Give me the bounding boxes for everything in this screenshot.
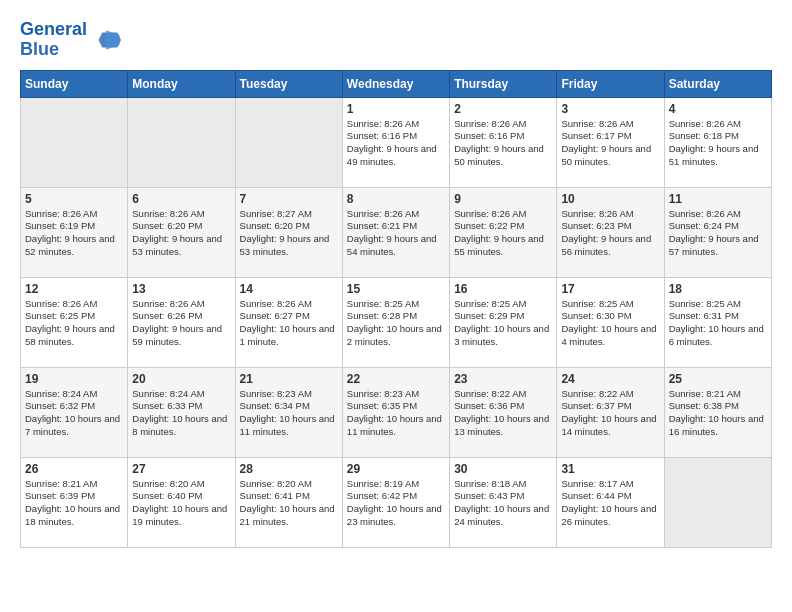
calendar-cell: 24Sunrise: 8:22 AM Sunset: 6:37 PM Dayli… bbox=[557, 367, 664, 457]
day-info: Sunrise: 8:25 AM Sunset: 6:30 PM Dayligh… bbox=[561, 298, 659, 349]
calendar-cell: 31Sunrise: 8:17 AM Sunset: 6:44 PM Dayli… bbox=[557, 457, 664, 547]
day-number: 19 bbox=[25, 372, 123, 386]
day-info: Sunrise: 8:22 AM Sunset: 6:37 PM Dayligh… bbox=[561, 388, 659, 439]
calendar-cell: 30Sunrise: 8:18 AM Sunset: 6:43 PM Dayli… bbox=[450, 457, 557, 547]
week-row-2: 5Sunrise: 8:26 AM Sunset: 6:19 PM Daylig… bbox=[21, 187, 772, 277]
day-number: 14 bbox=[240, 282, 338, 296]
day-number: 30 bbox=[454, 462, 552, 476]
calendar-cell: 13Sunrise: 8:26 AM Sunset: 6:26 PM Dayli… bbox=[128, 277, 235, 367]
calendar-cell: 1Sunrise: 8:26 AM Sunset: 6:16 PM Daylig… bbox=[342, 97, 449, 187]
day-info: Sunrise: 8:24 AM Sunset: 6:32 PM Dayligh… bbox=[25, 388, 123, 439]
day-number: 25 bbox=[669, 372, 767, 386]
day-info: Sunrise: 8:26 AM Sunset: 6:17 PM Dayligh… bbox=[561, 118, 659, 169]
logo-line2: Blue bbox=[20, 40, 87, 60]
calendar-cell bbox=[21, 97, 128, 187]
week-row-4: 19Sunrise: 8:24 AM Sunset: 6:32 PM Dayli… bbox=[21, 367, 772, 457]
day-number: 20 bbox=[132, 372, 230, 386]
day-number: 15 bbox=[347, 282, 445, 296]
day-info: Sunrise: 8:25 AM Sunset: 6:28 PM Dayligh… bbox=[347, 298, 445, 349]
day-number: 4 bbox=[669, 102, 767, 116]
day-number: 18 bbox=[669, 282, 767, 296]
day-info: Sunrise: 8:22 AM Sunset: 6:36 PM Dayligh… bbox=[454, 388, 552, 439]
day-number: 24 bbox=[561, 372, 659, 386]
calendar-cell: 28Sunrise: 8:20 AM Sunset: 6:41 PM Dayli… bbox=[235, 457, 342, 547]
logo-icon bbox=[91, 25, 121, 55]
day-info: Sunrise: 8:27 AM Sunset: 6:20 PM Dayligh… bbox=[240, 208, 338, 259]
calendar-cell: 4Sunrise: 8:26 AM Sunset: 6:18 PM Daylig… bbox=[664, 97, 771, 187]
day-info: Sunrise: 8:21 AM Sunset: 6:39 PM Dayligh… bbox=[25, 478, 123, 529]
week-row-1: 1Sunrise: 8:26 AM Sunset: 6:16 PM Daylig… bbox=[21, 97, 772, 187]
calendar-table: SundayMondayTuesdayWednesdayThursdayFrid… bbox=[20, 70, 772, 548]
day-info: Sunrise: 8:26 AM Sunset: 6:24 PM Dayligh… bbox=[669, 208, 767, 259]
calendar-cell: 12Sunrise: 8:26 AM Sunset: 6:25 PM Dayli… bbox=[21, 277, 128, 367]
day-number: 27 bbox=[132, 462, 230, 476]
calendar-cell: 8Sunrise: 8:26 AM Sunset: 6:21 PM Daylig… bbox=[342, 187, 449, 277]
calendar-cell: 18Sunrise: 8:25 AM Sunset: 6:31 PM Dayli… bbox=[664, 277, 771, 367]
day-info: Sunrise: 8:26 AM Sunset: 6:16 PM Dayligh… bbox=[454, 118, 552, 169]
week-row-3: 12Sunrise: 8:26 AM Sunset: 6:25 PM Dayli… bbox=[21, 277, 772, 367]
calendar-cell: 14Sunrise: 8:26 AM Sunset: 6:27 PM Dayli… bbox=[235, 277, 342, 367]
day-number: 26 bbox=[25, 462, 123, 476]
day-number: 17 bbox=[561, 282, 659, 296]
calendar-cell: 29Sunrise: 8:19 AM Sunset: 6:42 PM Dayli… bbox=[342, 457, 449, 547]
calendar-cell bbox=[235, 97, 342, 187]
day-info: Sunrise: 8:26 AM Sunset: 6:23 PM Dayligh… bbox=[561, 208, 659, 259]
day-info: Sunrise: 8:18 AM Sunset: 6:43 PM Dayligh… bbox=[454, 478, 552, 529]
calendar-cell: 25Sunrise: 8:21 AM Sunset: 6:38 PM Dayli… bbox=[664, 367, 771, 457]
header-tuesday: Tuesday bbox=[235, 70, 342, 97]
day-number: 5 bbox=[25, 192, 123, 206]
day-info: Sunrise: 8:23 AM Sunset: 6:34 PM Dayligh… bbox=[240, 388, 338, 439]
day-info: Sunrise: 8:26 AM Sunset: 6:20 PM Dayligh… bbox=[132, 208, 230, 259]
calendar-cell: 27Sunrise: 8:20 AM Sunset: 6:40 PM Dayli… bbox=[128, 457, 235, 547]
calendar-cell: 20Sunrise: 8:24 AM Sunset: 6:33 PM Dayli… bbox=[128, 367, 235, 457]
calendar-cell: 11Sunrise: 8:26 AM Sunset: 6:24 PM Dayli… bbox=[664, 187, 771, 277]
day-number: 22 bbox=[347, 372, 445, 386]
day-number: 16 bbox=[454, 282, 552, 296]
header-monday: Monday bbox=[128, 70, 235, 97]
calendar-cell: 5Sunrise: 8:26 AM Sunset: 6:19 PM Daylig… bbox=[21, 187, 128, 277]
day-info: Sunrise: 8:20 AM Sunset: 6:40 PM Dayligh… bbox=[132, 478, 230, 529]
day-info: Sunrise: 8:25 AM Sunset: 6:29 PM Dayligh… bbox=[454, 298, 552, 349]
calendar-cell: 26Sunrise: 8:21 AM Sunset: 6:39 PM Dayli… bbox=[21, 457, 128, 547]
day-info: Sunrise: 8:26 AM Sunset: 6:27 PM Dayligh… bbox=[240, 298, 338, 349]
logo: General Blue bbox=[20, 20, 121, 60]
header-thursday: Thursday bbox=[450, 70, 557, 97]
calendar-cell bbox=[664, 457, 771, 547]
calendar-cell: 6Sunrise: 8:26 AM Sunset: 6:20 PM Daylig… bbox=[128, 187, 235, 277]
header-saturday: Saturday bbox=[664, 70, 771, 97]
header-sunday: Sunday bbox=[21, 70, 128, 97]
calendar-cell: 21Sunrise: 8:23 AM Sunset: 6:34 PM Dayli… bbox=[235, 367, 342, 457]
day-number: 8 bbox=[347, 192, 445, 206]
day-info: Sunrise: 8:26 AM Sunset: 6:22 PM Dayligh… bbox=[454, 208, 552, 259]
day-number: 6 bbox=[132, 192, 230, 206]
day-info: Sunrise: 8:24 AM Sunset: 6:33 PM Dayligh… bbox=[132, 388, 230, 439]
day-info: Sunrise: 8:17 AM Sunset: 6:44 PM Dayligh… bbox=[561, 478, 659, 529]
calendar-cell: 3Sunrise: 8:26 AM Sunset: 6:17 PM Daylig… bbox=[557, 97, 664, 187]
day-number: 21 bbox=[240, 372, 338, 386]
day-number: 7 bbox=[240, 192, 338, 206]
day-number: 28 bbox=[240, 462, 338, 476]
header-friday: Friday bbox=[557, 70, 664, 97]
day-info: Sunrise: 8:19 AM Sunset: 6:42 PM Dayligh… bbox=[347, 478, 445, 529]
day-number: 3 bbox=[561, 102, 659, 116]
day-info: Sunrise: 8:23 AM Sunset: 6:35 PM Dayligh… bbox=[347, 388, 445, 439]
calendar-cell: 15Sunrise: 8:25 AM Sunset: 6:28 PM Dayli… bbox=[342, 277, 449, 367]
week-row-5: 26Sunrise: 8:21 AM Sunset: 6:39 PM Dayli… bbox=[21, 457, 772, 547]
day-info: Sunrise: 8:20 AM Sunset: 6:41 PM Dayligh… bbox=[240, 478, 338, 529]
day-info: Sunrise: 8:26 AM Sunset: 6:25 PM Dayligh… bbox=[25, 298, 123, 349]
day-number: 9 bbox=[454, 192, 552, 206]
day-info: Sunrise: 8:26 AM Sunset: 6:18 PM Dayligh… bbox=[669, 118, 767, 169]
calendar-cell: 2Sunrise: 8:26 AM Sunset: 6:16 PM Daylig… bbox=[450, 97, 557, 187]
day-info: Sunrise: 8:26 AM Sunset: 6:19 PM Dayligh… bbox=[25, 208, 123, 259]
calendar-cell: 7Sunrise: 8:27 AM Sunset: 6:20 PM Daylig… bbox=[235, 187, 342, 277]
calendar-cell: 19Sunrise: 8:24 AM Sunset: 6:32 PM Dayli… bbox=[21, 367, 128, 457]
day-info: Sunrise: 8:25 AM Sunset: 6:31 PM Dayligh… bbox=[669, 298, 767, 349]
page-header: General Blue bbox=[20, 20, 772, 60]
day-info: Sunrise: 8:21 AM Sunset: 6:38 PM Dayligh… bbox=[669, 388, 767, 439]
day-number: 1 bbox=[347, 102, 445, 116]
day-number: 2 bbox=[454, 102, 552, 116]
logo-line1: General bbox=[20, 20, 87, 40]
calendar-cell: 17Sunrise: 8:25 AM Sunset: 6:30 PM Dayli… bbox=[557, 277, 664, 367]
calendar-cell bbox=[128, 97, 235, 187]
header-wednesday: Wednesday bbox=[342, 70, 449, 97]
